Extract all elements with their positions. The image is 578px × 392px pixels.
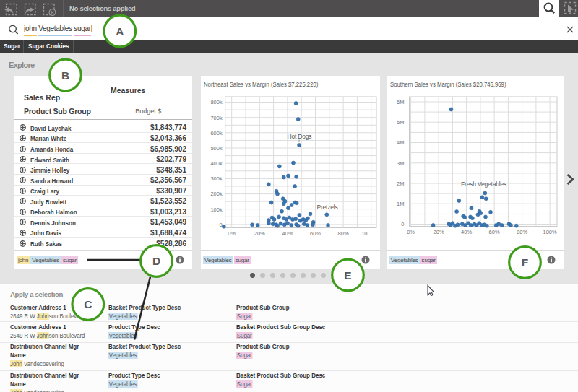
svg-text:F: F	[522, 256, 528, 269]
svg-text:B: B	[61, 69, 69, 82]
svg-text:A: A	[116, 25, 124, 38]
svg-text:E: E	[344, 269, 351, 282]
svg-text:C: C	[84, 298, 92, 310]
svg-text:D: D	[152, 255, 160, 267]
